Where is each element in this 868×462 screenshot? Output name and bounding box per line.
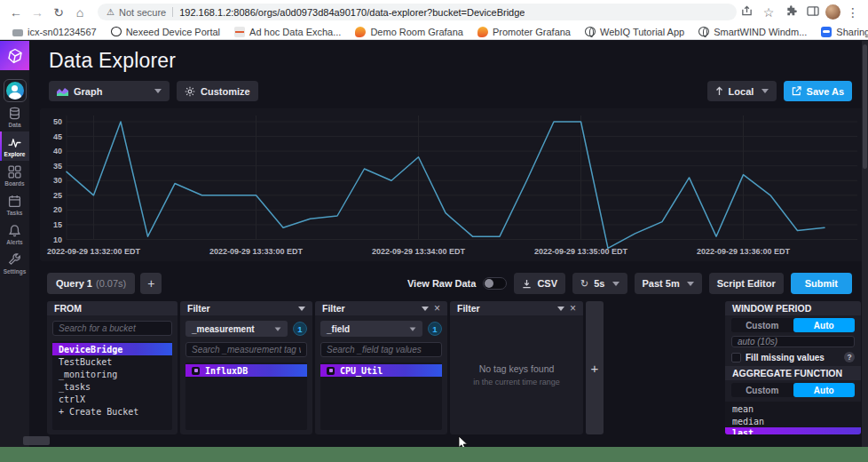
back-icon[interactable]: ← [5,5,27,20]
bucket-item[interactable]: TestBucket [52,355,172,368]
filter-panel-measurement: Filter _measurement 1 [180,301,312,434]
aggregate-custom-option[interactable]: Custom [731,383,793,397]
bucket-item[interactable]: _monitoring [52,368,172,380]
bookmark-item[interactable]: WebIQ Tutorial App [580,27,690,37]
tag-key-dropdown[interactable]: _field [320,321,422,337]
grafana-favicon [477,27,488,37]
extensions-puzzle-icon[interactable] [781,5,801,20]
measurement-search-input[interactable] [185,342,307,357]
timeseries-chart[interactable]: 1015202530354045502022-09-29 13:32:00 ED… [40,108,865,261]
bookmark-item[interactable]: Nexeed Device Portal [106,27,225,37]
auto-refresh-dropdown[interactable]: ↻ 5s [572,273,627,294]
bookmark-item[interactable]: Ad hoc Data Excha... [229,27,346,37]
bucket-search-input[interactable] [52,321,172,336]
home-icon[interactable]: ⌂ [69,5,91,20]
bookmarks-bar: icx-sn01234567 Nexeed Device Portal Ad h… [0,24,868,40]
area-chart-icon [57,86,68,96]
bookmark-item[interactable]: Promoter Grafana [472,27,576,37]
filter-panel-title: Filter [187,303,210,314]
chevron-down-icon[interactable] [557,307,564,311]
influxdb-logo[interactable] [0,41,29,70]
csv-download-button[interactable]: CSV [514,273,565,294]
from-panel-title: FROM [54,303,82,314]
empty-state-title: No tag keys found [479,363,555,374]
nav-rail: Data Explore Boards Tasks Alerts [0,41,29,447]
sidebar-item-boards[interactable]: Boards [0,161,29,190]
browser-menu-kebab-icon[interactable]: ⋮ [843,5,863,20]
reload-icon[interactable]: ↻ [48,5,69,20]
submit-button[interactable]: Submit [791,273,852,294]
svg-text:2022-09-29 13:35:00 EDT: 2022-09-29 13:35:00 EDT [534,247,628,256]
bookmark-item[interactable]: SmartWIND Windm... [693,27,812,37]
bookmark-star-icon[interactable]: ☆ [759,5,778,20]
help-icon[interactable]: ? [844,352,855,362]
tag-key-dropdown[interactable]: _measurement [185,321,288,337]
bucket-item[interactable]: _tasks [52,380,172,393]
fill-missing-values-checkbox[interactable] [731,353,741,362]
timezone-dropdown[interactable]: Local [707,81,777,101]
function-item[interactable]: mean [725,403,861,416]
bookmark-item[interactable]: icx-sn01234567 [7,27,102,37]
not-secure-warning-icon[interactable]: ⚠ [107,7,114,17]
bucket-item[interactable]: ctrlX [52,393,172,405]
scrollbar-thumb[interactable] [863,44,867,169]
script-editor-button[interactable]: Script Editor [709,273,784,294]
function-item[interactable]: median [725,416,861,428]
browser-profile-avatar[interactable] [825,4,840,20]
sidebar-item-label: Boards [4,180,24,187]
chevron-down-icon[interactable] [422,307,429,311]
filter-panel-title: Filter [457,303,480,314]
view-raw-data-toggle[interactable] [483,277,507,290]
function-item-selected[interactable]: last [725,427,861,434]
database-icon [8,107,21,120]
aggregate-auto-option[interactable]: Auto [793,383,856,397]
window-period-value[interactable]: auto (10s) [731,336,855,347]
field-search-input[interactable] [320,342,442,357]
close-icon[interactable]: × [570,303,576,314]
svg-text:10: 10 [53,235,62,244]
csv-label: CSV [537,278,557,289]
globe-favicon [698,27,709,36]
chevron-down-icon[interactable] [298,307,305,311]
from-panel: FROM DeviceBridge TestBucket _monitoring… [47,301,178,434]
desktop-background-strip [0,447,868,462]
add-query-button[interactable]: + [140,273,162,294]
save-as-button[interactable]: Save As [784,81,852,101]
sidebar-item-settings[interactable]: Settings [0,249,29,278]
bucket-item-selected[interactable]: DeviceBridge [52,343,172,355]
address-bar[interactable]: ⚠ Not secure 192.168.1.2:8086/orgs/a0d09… [98,4,737,20]
svg-text:2022-09-29 13:36:00 EDT: 2022-09-29 13:36:00 EDT [697,247,791,256]
aggregate-function-list: mean median last [725,402,861,434]
tag-value-item-selected[interactable]: InfluxDB [185,364,307,377]
tag-value-item-selected[interactable]: CPU_Util [320,364,442,377]
explore-graph-icon [8,136,21,149]
time-range-dropdown[interactable]: Past 5m [635,273,702,294]
bookmark-item[interactable]: Demo Room Grafana [350,27,469,37]
side-panel-icon[interactable] [803,5,823,20]
sidebar-item-explore[interactable]: Explore [0,131,29,161]
share-icon[interactable] [737,5,756,20]
bucket-list: DeviceBridge TestBucket _monitoring _tas… [52,341,172,430]
customize-button[interactable]: Customize [177,81,258,101]
create-bucket-button[interactable]: + Create Bucket [52,405,172,418]
bucket-name: TestBucket [59,357,112,367]
org-avatar[interactable] [4,79,27,102]
filter-panel-title: Filter [322,303,345,314]
query-tab[interactable]: Query 1 (0.07s) [47,273,135,294]
bucket-name: DeviceBridge [59,345,122,354]
forward-icon[interactable]: → [27,5,48,20]
fill-missing-values-label: Fill missing values [746,353,825,362]
view-type-dropdown[interactable]: Graph [49,81,170,101]
add-filter-button[interactable]: + [586,301,604,434]
bucket-name: _monitoring [59,370,117,379]
tag-value-label: CPU_Util [340,366,383,376]
sidebar-item-data[interactable]: Data [0,102,29,131]
bookmark-item[interactable]: Sharing groups - Te... [816,27,868,37]
close-icon[interactable]: × [434,303,440,314]
sidebar-item-alerts[interactable]: Alerts [0,219,29,249]
window-auto-option[interactable]: Auto [793,318,856,332]
bookmark-label: WebIQ Tutorial App [600,27,684,37]
sidebar-item-tasks[interactable]: Tasks [0,190,29,219]
window-custom-option[interactable]: Custom [731,318,793,332]
create-bucket-label: + Create Bucket [59,407,138,417]
